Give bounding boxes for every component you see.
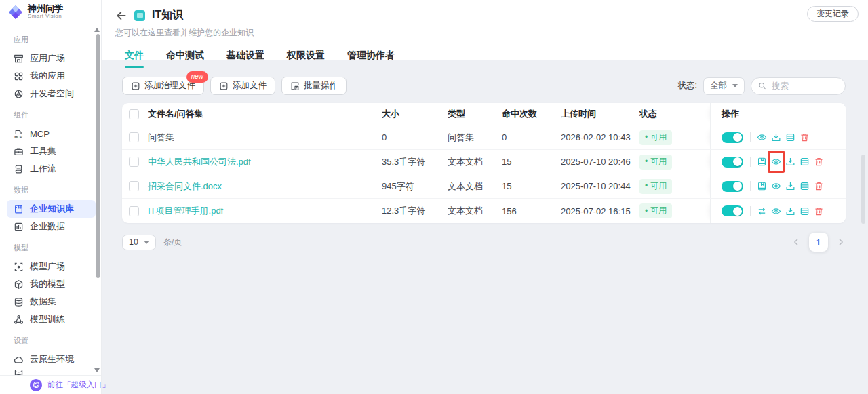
sidebar-scroll-down-icon[interactable]	[94, 368, 100, 372]
sidebar-item-label: 模型训练	[30, 313, 65, 326]
enable-toggle[interactable]	[722, 181, 743, 192]
plus-square-icon	[131, 81, 140, 91]
files-table: 文件名/问答集 大小 类型 命中次数 上传时间 状态 操作 问答集 0 问答集 …	[122, 103, 846, 223]
delete-trash-icon[interactable]	[814, 157, 824, 167]
row-actions	[710, 125, 846, 149]
col-header-name: 文件名/问答集	[148, 108, 382, 120]
sidebar-scrollbar[interactable]	[96, 34, 100, 278]
enable-toggle[interactable]	[722, 132, 743, 143]
sidebar: 神州问学 Smart Vision 应用 应用广场 我的应用 开发者空间 组件 …	[0, 0, 102, 394]
sidebar-item-knowledge-base[interactable]: 企业知识库	[7, 200, 96, 218]
swap-arrows-icon[interactable]	[757, 206, 767, 216]
knowledge-base-icon	[134, 10, 145, 21]
clipped-icon	[14, 370, 24, 375]
governed-book-icon[interactable]	[757, 157, 767, 167]
status-filter-select[interactable]: 全部	[703, 77, 745, 95]
add-file-label: 添加文件	[233, 80, 267, 92]
row-checkbox[interactable]	[129, 181, 139, 191]
back-icon[interactable]	[115, 9, 127, 22]
hit-count: 15	[502, 157, 561, 167]
add-governed-file-button[interactable]: 添加治理文件 new	[122, 77, 204, 95]
file-type: 文本文档	[448, 156, 502, 168]
download-icon[interactable]	[785, 181, 795, 191]
search-input[interactable]	[770, 81, 838, 92]
tab-hit-test[interactable]: 命中测试	[166, 50, 204, 68]
preview-eye-icon[interactable]	[757, 132, 767, 142]
file-name-link[interactable]: IT项目管理手册.pdf	[148, 205, 382, 217]
current-page-button[interactable]: 1	[809, 233, 828, 252]
plus-square-icon	[219, 81, 229, 91]
segments-icon[interactable]	[800, 157, 810, 167]
sidebar-footer-portal[interactable]: 前往「超级入口」	[0, 375, 101, 394]
sidebar-item-label: 我的应用	[30, 70, 65, 82]
sidebar-item-label: MCP	[30, 129, 50, 139]
sidebar-item-my-models[interactable]: 我的模型	[7, 275, 96, 293]
sidebar-item-mcp[interactable]: MCP	[7, 125, 96, 142]
page-size-value: 10	[129, 237, 138, 247]
delete-trash-icon[interactable]	[814, 181, 824, 191]
add-file-button[interactable]: 添加文件	[210, 77, 275, 95]
tab-files[interactable]: 文件	[125, 50, 144, 68]
file-name-link[interactable]: 中华人民共和国公司法.pdf	[148, 156, 382, 168]
sidebar-item-label: 工具集	[30, 145, 56, 157]
tab-permission-settings[interactable]: 权限设置	[287, 50, 325, 68]
download-icon[interactable]	[771, 132, 781, 142]
file-name-link[interactable]: 招采合同文件.docx	[148, 180, 382, 193]
delete-trash-icon[interactable]	[814, 206, 824, 216]
next-page-icon[interactable]	[836, 237, 846, 247]
file-name: 问答集	[148, 132, 382, 144]
row-checkbox[interactable]	[129, 206, 139, 216]
row-checkbox[interactable]	[129, 132, 139, 142]
delete-trash-icon[interactable]	[800, 132, 810, 142]
preview-eye-icon[interactable]	[771, 157, 781, 167]
status-text: 可用	[650, 156, 667, 168]
row-actions	[710, 199, 846, 223]
sidebar-item-model-training[interactable]: 模型训练	[7, 311, 96, 328]
page-scrollbar[interactable]	[861, 155, 865, 224]
page-size-select[interactable]: 10	[122, 235, 156, 250]
sidebar-item-my-apps[interactable]: 我的应用	[7, 67, 96, 85]
database-icon	[14, 297, 24, 307]
enable-toggle[interactable]	[722, 205, 743, 216]
store-icon	[14, 54, 24, 64]
row-checkbox[interactable]	[129, 157, 139, 167]
download-icon[interactable]	[785, 157, 795, 167]
sidebar-item-app-market[interactable]: 应用广场	[7, 50, 96, 67]
select-all-checkbox[interactable]	[129, 109, 139, 119]
cube-icon	[14, 279, 24, 290]
sidebar-item-enterprise-data[interactable]: 企业数据	[7, 218, 96, 235]
sidebar-item-datasets[interactable]: 数据集	[7, 293, 96, 311]
nav-section-models: 模型	[14, 243, 96, 253]
hit-count: 0	[502, 132, 561, 142]
batch-operations-button[interactable]: 批量操作	[281, 77, 347, 95]
upload-time: 2025-07-10 20:46	[561, 157, 639, 167]
enable-toggle[interactable]	[722, 157, 743, 168]
sidebar-item-clipped[interactable]	[7, 370, 96, 375]
sidebar-item-toolset[interactable]: 工具集	[7, 142, 96, 160]
grid-icon	[14, 71, 24, 81]
prev-page-icon[interactable]	[791, 237, 801, 247]
preview-eye-icon[interactable]	[771, 206, 781, 216]
sidebar-item-cloud-native[interactable]: 云原生环境	[7, 351, 96, 368]
sidebar-item-model-market[interactable]: 模型广场	[7, 258, 96, 275]
sidebar-item-workflow[interactable]: 工作流	[7, 160, 96, 178]
table-row: 招采合同文件.docx 945字符 文本文档 15 2025-07-10 20:…	[122, 174, 846, 199]
segments-icon[interactable]	[800, 181, 810, 191]
divider	[750, 181, 751, 191]
preview-eye-icon[interactable]	[771, 181, 781, 191]
segments-icon[interactable]	[800, 206, 810, 216]
tab-basic-settings[interactable]: 基础设置	[226, 50, 264, 68]
status-badge: •可用	[639, 203, 672, 218]
chevron-down-icon	[732, 84, 738, 87]
download-icon[interactable]	[785, 206, 795, 216]
governed-book-icon[interactable]	[757, 181, 767, 191]
tab-collaborators[interactable]: 管理协作者	[347, 50, 395, 68]
content-area: 添加治理文件 new 添加文件 批量操作 状态: 全部	[102, 60, 868, 252]
nav-section-data: 数据	[14, 185, 96, 195]
search-box[interactable]	[751, 77, 846, 95]
changelog-button[interactable]: 变更记录	[807, 6, 859, 22]
sidebar-scroll-up-icon[interactable]	[94, 28, 100, 32]
sidebar-item-dev-space[interactable]: 开发者空间	[7, 85, 96, 102]
status-badge: •可用	[639, 155, 672, 170]
segments-icon[interactable]	[785, 132, 795, 142]
